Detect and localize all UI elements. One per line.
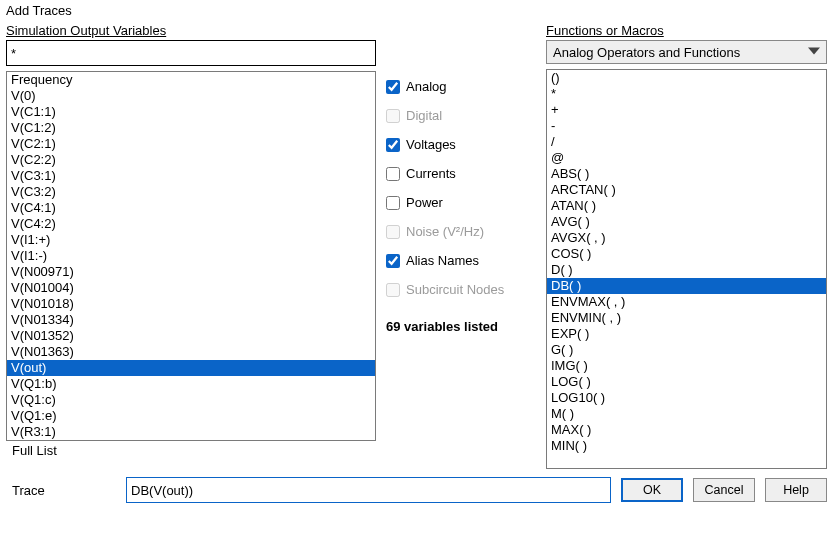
trace-label: Trace: [6, 483, 116, 498]
list-item[interactable]: V(C3:2): [7, 184, 375, 200]
list-item[interactable]: V(N01018): [7, 296, 375, 312]
list-item[interactable]: EXP( ): [547, 326, 826, 342]
filter-input[interactable]: [6, 40, 376, 66]
list-item[interactable]: V(C2:1): [7, 136, 375, 152]
list-item[interactable]: V(N01004): [7, 280, 375, 296]
help-button[interactable]: Help: [765, 478, 827, 502]
list-item[interactable]: ENVMIN( , ): [547, 310, 826, 326]
noise-checkbox: Noise (V²/Hz): [386, 224, 536, 239]
functions-listbox[interactable]: ()*+-/@ABS( )ARCTAN( )ATAN( )AVG( )AVGX(…: [546, 69, 827, 469]
list-item[interactable]: V(N01334): [7, 312, 375, 328]
list-item[interactable]: COS( ): [547, 246, 826, 262]
list-item[interactable]: V(R3:1): [7, 424, 375, 440]
list-item[interactable]: +: [547, 102, 826, 118]
list-item[interactable]: V(C4:1): [7, 200, 375, 216]
list-item[interactable]: (): [547, 70, 826, 86]
list-item[interactable]: V(I1:-): [7, 248, 375, 264]
sim-output-vars-label: Simulation Output Variables: [6, 21, 376, 40]
list-item[interactable]: G( ): [547, 342, 826, 358]
list-item[interactable]: MAX( ): [547, 422, 826, 438]
list-item[interactable]: V(Q1:b): [7, 376, 375, 392]
ok-button[interactable]: OK: [621, 478, 683, 502]
list-item[interactable]: ATAN( ): [547, 198, 826, 214]
list-item[interactable]: *: [547, 86, 826, 102]
list-item[interactable]: V(N00971): [7, 264, 375, 280]
chevron-down-icon: [808, 45, 820, 60]
list-item[interactable]: V(C2:2): [7, 152, 375, 168]
window-title: Add Traces: [0, 0, 833, 21]
list-item[interactable]: D( ): [547, 262, 826, 278]
list-item[interactable]: V(N01352): [7, 328, 375, 344]
list-item[interactable]: AVGX( , ): [547, 230, 826, 246]
digital-checkbox: Digital: [386, 108, 536, 123]
list-item[interactable]: V(C3:1): [7, 168, 375, 184]
alias-checkbox[interactable]: Alias Names: [386, 253, 536, 268]
list-item[interactable]: V(Q1:e): [7, 408, 375, 424]
subckt-checkbox: Subcircuit Nodes: [386, 282, 536, 297]
variables-count: 69 variables listed: [386, 319, 536, 334]
functions-label: Functions or Macros: [546, 21, 827, 40]
list-item[interactable]: V(N01363): [7, 344, 375, 360]
list-item[interactable]: DB( ): [547, 278, 826, 294]
list-item[interactable]: IMG( ): [547, 358, 826, 374]
analog-checkbox[interactable]: Analog: [386, 79, 536, 94]
list-item[interactable]: V(C1:1): [7, 104, 375, 120]
trace-input[interactable]: [126, 477, 611, 503]
voltages-checkbox[interactable]: Voltages: [386, 137, 536, 152]
list-item[interactable]: Frequency: [7, 72, 375, 88]
list-item[interactable]: -: [547, 118, 826, 134]
list-item[interactable]: V(out): [7, 360, 375, 376]
variables-listbox[interactable]: FrequencyV(0)V(C1:1)V(C1:2)V(C2:1)V(C2:2…: [6, 71, 376, 441]
list-item[interactable]: @: [547, 150, 826, 166]
list-item[interactable]: LOG( ): [547, 374, 826, 390]
filter-panel: Analog Digital Voltages Currents Power N…: [386, 21, 536, 469]
list-item[interactable]: M( ): [547, 406, 826, 422]
list-item[interactable]: LOG10( ): [547, 390, 826, 406]
list-item[interactable]: ENVMAX( , ): [547, 294, 826, 310]
full-list-label: Full List: [6, 441, 376, 460]
list-item[interactable]: MIN( ): [547, 438, 826, 454]
list-item[interactable]: V(Q1:c): [7, 392, 375, 408]
list-item[interactable]: ABS( ): [547, 166, 826, 182]
list-item[interactable]: V(I1:+): [7, 232, 375, 248]
list-item[interactable]: ARCTAN( ): [547, 182, 826, 198]
cancel-button[interactable]: Cancel: [693, 478, 755, 502]
list-item[interactable]: AVG( ): [547, 214, 826, 230]
currents-checkbox[interactable]: Currents: [386, 166, 536, 181]
list-item[interactable]: V(C1:2): [7, 120, 375, 136]
list-item[interactable]: V(0): [7, 88, 375, 104]
list-item[interactable]: /: [547, 134, 826, 150]
dropdown-value: Analog Operators and Functions: [553, 45, 740, 60]
list-item[interactable]: V(C4:2): [7, 216, 375, 232]
power-checkbox[interactable]: Power: [386, 195, 536, 210]
functions-dropdown[interactable]: Analog Operators and Functions: [546, 40, 827, 64]
